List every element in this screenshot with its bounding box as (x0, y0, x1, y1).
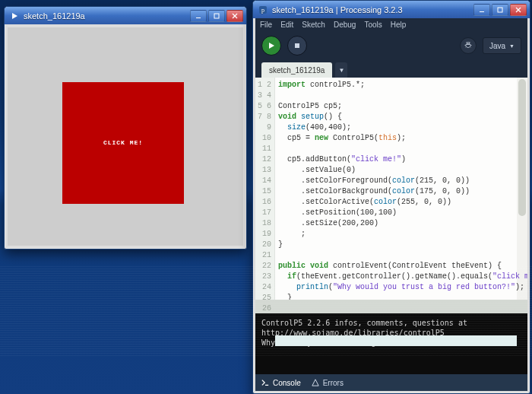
tab-bar: sketch_161219a ▼ (255, 61, 527, 78)
maximize-button[interactable] (492, 4, 508, 16)
processing-ide-window: p sketch_161219a | Processing 3.2.3 File… (252, 0, 530, 394)
svg-text:p: p (261, 7, 264, 14)
minimize-button[interactable] (190, 10, 207, 22)
menu-help[interactable]: Help (391, 21, 407, 29)
ide-titlebar[interactable]: p sketch_161219a | Processing 3.2.3 (253, 1, 530, 18)
console-tab[interactable]: Console (261, 379, 301, 387)
click-me-button[interactable]: CLICK ME! (62, 82, 184, 204)
console-icon (261, 379, 269, 386)
close-button[interactable] (226, 10, 243, 22)
code-editor[interactable]: 1 2 3 4 5 6 7 8 9 10 11 12 13 14 15 16 1… (255, 78, 527, 300)
menu-debug[interactable]: Debug (334, 21, 356, 29)
warning-icon (312, 379, 319, 386)
close-button[interactable] (510, 4, 527, 16)
svg-rect-7 (480, 11, 484, 12)
svg-marker-11 (269, 43, 274, 49)
sketch-title: sketch_161219a (24, 11, 190, 21)
errors-tab-label: Errors (323, 379, 344, 387)
tab-menu-button[interactable]: ▼ (335, 62, 347, 78)
menu-sketch[interactable]: Sketch (302, 21, 325, 29)
stop-button[interactable] (287, 36, 307, 56)
svg-rect-2 (214, 14, 219, 18)
chevron-down-icon: ▼ (509, 43, 515, 49)
menu-bar: File Edit Sketch Debug Tools Help (255, 18, 527, 30)
menu-tools[interactable]: Tools (364, 21, 382, 29)
line-number-gutter: 1 2 3 4 5 6 7 8 9 10 11 12 13 14 15 16 1… (255, 78, 275, 300)
code-area[interactable]: import controlP5.*; ControlP5 cp5;void s… (275, 78, 527, 300)
svg-rect-1 (196, 17, 201, 18)
console-line: ControlP5 2.2.6 infos, comments, questio… (261, 318, 521, 328)
minimize-button[interactable] (473, 4, 490, 16)
sketch-run-window: sketch_161219a CLICK ME! (4, 6, 247, 249)
status-bar (255, 300, 527, 313)
maximize-button[interactable] (208, 10, 225, 22)
console-tab-label: Console (273, 379, 301, 387)
mode-label: Java (489, 42, 505, 50)
mode-selector[interactable]: Java ▼ (483, 37, 521, 54)
toolbar: Java ▼ (255, 30, 527, 61)
ide-title: sketch_161219a | Processing 3.2.3 (272, 5, 473, 14)
sketch-titlebar[interactable]: sketch_161219a (5, 7, 246, 24)
svg-rect-8 (498, 8, 502, 12)
processing-app-icon: p (258, 5, 268, 15)
sketch-canvas: CLICK ME! (8, 27, 243, 246)
menu-file[interactable]: File (260, 21, 272, 29)
current-line-highlight (275, 335, 517, 346)
svg-marker-0 (12, 13, 17, 19)
bottom-tab-bar: Console Errors (255, 374, 527, 391)
debug-toggle-button[interactable] (460, 37, 477, 54)
editor-tab[interactable]: sketch_161219a (261, 62, 332, 78)
run-button[interactable] (261, 36, 281, 56)
errors-tab[interactable]: Errors (312, 379, 344, 387)
menu-edit[interactable]: Edit (280, 21, 293, 29)
svg-rect-13 (295, 43, 299, 48)
processing-app-icon (9, 11, 20, 21)
